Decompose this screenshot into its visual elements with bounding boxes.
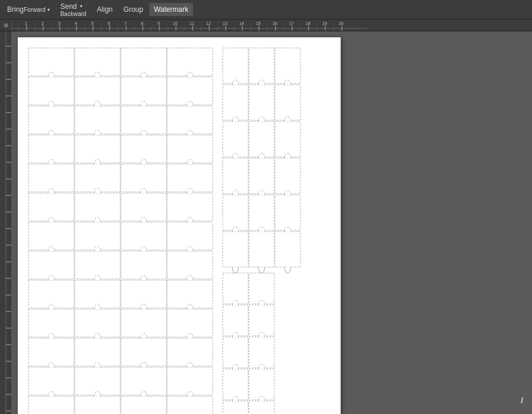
svg-rect-115 [121,251,166,279]
svg-rect-143 [223,121,248,157]
align-button[interactable]: Align [92,3,118,16]
svg-rect-117 [28,280,74,308]
svg-text:11: 11 [190,21,194,25]
send-sub: Backward [60,11,86,17]
svg-text:5: 5 [91,21,94,25]
svg-text:13: 13 [223,21,227,25]
svg-rect-105 [28,193,74,221]
svg-rect-110 [75,222,120,250]
svg-text:14: 14 [239,21,244,25]
svg-text:20: 20 [339,21,344,25]
svg-rect-107 [121,193,166,221]
ruler-corner: ⊕ [0,20,12,31]
svg-text:7: 7 [124,21,127,25]
cursor-indicator: I [521,396,523,405]
svg-rect-90 [75,77,120,105]
svg-rect-114 [75,251,120,279]
send-arrow: ▾ [80,4,82,9]
svg-rect-132 [167,367,213,395]
svg-rect-162 [249,369,274,400]
svg-text:18: 18 [306,21,310,25]
svg-rect-103 [121,164,166,192]
svg-rect-164 [249,401,274,414]
svg-rect-87 [121,48,166,76]
svg-rect-118 [75,280,120,308]
svg-rect-121 [28,309,74,337]
ruler-container: ⊕ 1 2 3 4 5 6 7 [0,20,532,31]
svg-rect-158 [249,305,274,336]
svg-rect-123 [121,309,166,337]
main-canvas[interactable]: .pline { stroke: #999; stroke-width: 0.8… [12,31,532,414]
svg-rect-161 [223,369,248,400]
svg-text:12: 12 [206,21,211,25]
canvas-area: .pline { stroke: #999; stroke-width: 0.8… [0,31,532,414]
svg-rect-85 [28,48,74,76]
svg-rect-144 [249,121,274,157]
svg-rect-135 [121,396,166,414]
svg-rect-86 [75,48,120,76]
svg-rect-98 [75,135,120,163]
svg-rect-152 [223,232,248,267]
svg-rect-119 [121,280,166,308]
svg-rect-100 [167,135,213,163]
send-backward-button[interactable]: Send ▾ Backward [56,1,91,18]
svg-rect-155 [223,273,248,304]
svg-rect-127 [121,338,166,366]
align-label: Align [97,5,113,14]
svg-rect-141 [249,85,274,120]
svg-rect-93 [28,106,74,134]
group-label: Group [123,5,143,14]
svg-rect-113 [28,251,74,279]
bring-forward-sub: Forward [24,7,46,13]
svg-rect-148 [275,158,300,194]
svg-rect-96 [167,106,213,134]
svg-rect-151 [275,195,300,230]
toolbar: Bring Forward ▾ Send ▾ Backward Align Gr… [0,0,532,20]
group-button[interactable]: Group [118,3,148,16]
svg-rect-150 [249,195,274,230]
svg-text:10: 10 [173,21,178,25]
ruler-icon: ⊕ [4,22,8,28]
svg-text:9: 9 [158,21,160,25]
svg-rect-129 [28,367,74,395]
svg-rect-133 [28,396,74,414]
svg-rect-125 [28,338,74,366]
send-label: Send [60,2,77,11]
horizontal-ruler: 1 2 3 4 5 6 7 8 9 10 11 [12,20,532,31]
svg-rect-106 [75,193,120,221]
svg-rect-92 [167,77,213,105]
svg-rect-95 [121,106,166,134]
svg-rect-120 [167,280,213,308]
svg-rect-136 [167,396,213,414]
svg-rect-88 [167,48,213,76]
svg-rect-159 [223,337,248,368]
svg-rect-108 [167,193,213,221]
svg-text:4: 4 [75,21,77,25]
svg-rect-91 [121,77,166,105]
svg-rect-102 [75,164,120,192]
svg-rect-111 [121,222,166,250]
svg-text:1: 1 [25,21,27,25]
svg-rect-130 [75,367,120,395]
svg-rect-139 [275,48,300,84]
svg-rect-153 [249,232,274,267]
svg-rect-163 [223,401,248,414]
vertical-ruler [0,31,12,414]
bring-forward-label: Bring [7,5,24,14]
svg-rect-126 [75,338,120,366]
document-page: .pline { stroke: #999; stroke-width: 0.8… [18,37,341,414]
svg-rect-154 [275,232,300,267]
svg-rect-109 [28,222,74,250]
svg-rect-137 [223,48,248,84]
svg-text:19: 19 [322,21,327,25]
watermark-label: Watermark [154,5,188,14]
svg-rect-131 [121,367,166,395]
bring-forward-button[interactable]: Bring Forward ▾ [2,3,55,16]
cursor-icon: I [521,396,523,405]
svg-rect-89 [28,77,74,105]
svg-rect-94 [75,106,120,134]
svg-rect-145 [275,121,300,157]
watermark-button[interactable]: Watermark [149,3,193,16]
svg-rect-97 [28,135,74,163]
vertical-ruler-svg [0,31,12,414]
